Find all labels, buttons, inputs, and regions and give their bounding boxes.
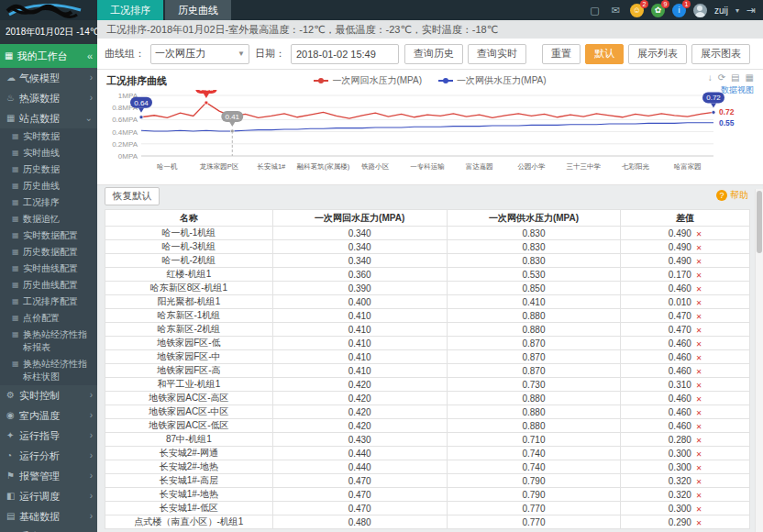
table-row[interactable]: 地铁家园AC区-低区0.4200.8800.460✕: [105, 419, 750, 433]
remove-icon[interactable]: ✕: [696, 272, 702, 280]
legend-item[interactable]: 一次网回水压力(MPA): [314, 74, 422, 87]
table-row[interactable]: 阳光聚都-机组10.4000.4100.010✕: [105, 295, 750, 309]
sidebar-item[interactable]: ☁气候模型›: [0, 68, 97, 88]
remove-icon[interactable]: ✕: [696, 409, 702, 417]
remove-icon[interactable]: ✕: [696, 244, 702, 252]
table-row[interactable]: 哈东新区-2机组0.4100.8800.470✕: [105, 323, 750, 337]
sidebar-subitem[interactable]: ▦实时曲线: [0, 145, 97, 161]
collapse-icon[interactable]: «: [87, 44, 93, 68]
table-row[interactable]: 87中-机组10.4300.7100.280✕: [105, 433, 750, 447]
sidebar-subitem[interactable]: ▦历史数据: [0, 161, 97, 178]
sidebar-item[interactable]: ♨热源数据›: [0, 88, 97, 108]
sidebar-subitem[interactable]: ▦实时数据配置: [0, 227, 97, 244]
action-button[interactable]: 查询历史: [404, 44, 463, 64]
remove-icon[interactable]: ✕: [696, 395, 702, 404]
sidebar-item[interactable]: ◧运行调度›: [0, 486, 97, 506]
sidebar-item-workspace[interactable]: ▦ 我的工作台 «: [0, 44, 97, 68]
sidebar-item[interactable]: ✦运行指导›: [0, 426, 97, 446]
remove-icon[interactable]: ✕: [696, 354, 702, 362]
table-row[interactable]: 长安城2#-网通0.4400.7400.300✕: [105, 447, 750, 460]
default-button[interactable]: 默认: [585, 44, 624, 64]
remove-icon[interactable]: ✕: [696, 258, 702, 266]
table-row[interactable]: 哈东新区-1机组0.4100.8800.470✕: [105, 309, 750, 323]
table-row[interactable]: 地铁家园AC区-中区0.4200.8800.460✕: [105, 405, 750, 419]
help-button[interactable]: ? 帮助: [716, 189, 748, 202]
chevron-down-icon[interactable]: ▾: [735, 6, 739, 15]
sidebar-subitem[interactable]: ▦换热站经济性指标报表: [0, 327, 97, 356]
table-row[interactable]: 长安城1#-高层0.4700.7900.320✕: [105, 474, 750, 488]
tab-gongkuang-paixu[interactable]: 工况排序: [97, 0, 163, 20]
info-icon[interactable]: i1: [672, 4, 686, 17]
action-button[interactable]: 展示列表: [628, 44, 687, 64]
sidebar-subitem[interactable]: ▦工况排序配置: [0, 294, 97, 310]
table-row[interactable]: 长安城1#-地热0.4700.7900.320✕: [105, 488, 750, 502]
table-row[interactable]: 哈一机-3机组0.3400.8300.490✕: [105, 240, 750, 254]
chat-icon[interactable]: ✉: [609, 4, 623, 17]
logout-icon[interactable]: ⇥: [746, 4, 756, 17]
restore-default-button[interactable]: 恢复默认: [105, 187, 160, 205]
user-avatar[interactable]: [693, 4, 707, 17]
toolbox-icon[interactable]: ↓: [708, 72, 713, 83]
sidebar-subitem[interactable]: ▦历史曲线: [0, 178, 97, 194]
sidebar-item[interactable]: ▤基础数据›: [0, 506, 97, 526]
remove-icon[interactable]: ✕: [696, 299, 702, 307]
remove-icon[interactable]: ✕: [696, 285, 702, 294]
remove-icon[interactable]: ✕: [696, 230, 702, 238]
table-row[interactable]: 哈一机-1机组0.3400.8300.490✕: [105, 227, 750, 240]
remove-icon[interactable]: ✕: [696, 368, 702, 376]
sidebar-subitem[interactable]: ▦实时数据: [0, 128, 97, 145]
sidebar-subitem[interactable]: ▦点价配置: [0, 310, 97, 327]
sidebar-subitem[interactable]: ▦实时曲线配置: [0, 260, 97, 277]
sidebar-subitem[interactable]: ▦数据追忆: [0, 211, 97, 227]
table-row[interactable]: 哈一机-2机组0.3400.8300.490✕: [105, 254, 750, 268]
legend-item[interactable]: 一次网供水压力(MPA): [438, 74, 547, 87]
sidebar-item[interactable]: ⚙实时控制›: [0, 385, 97, 405]
curve-group-select[interactable]: 一次网压力 ▼: [150, 44, 249, 64]
remove-icon[interactable]: ✕: [696, 505, 702, 514]
sidebar-subitem[interactable]: ▦换热站经济性指标柱状图: [0, 356, 97, 385]
remove-icon[interactable]: ✕: [696, 313, 702, 321]
username[interactable]: zuij: [714, 6, 728, 16]
remove-icon[interactable]: ✕: [696, 382, 702, 390]
sidebar-subitem[interactable]: ▦工况排序: [0, 194, 97, 211]
table-row[interactable]: 地铁家园AC区-高区0.4200.8800.460✕: [105, 392, 750, 405]
table-row[interactable]: 红楼-机组10.3600.5300.170✕: [105, 268, 750, 282]
remove-icon[interactable]: ✕: [696, 423, 702, 431]
remove-icon[interactable]: ✕: [696, 464, 702, 472]
toolbox-icon[interactable]: ▦: [746, 72, 754, 83]
action-button[interactable]: 展示图表: [691, 44, 750, 64]
smiley-icon[interactable]: ☺2: [630, 4, 644, 17]
apps-icon[interactable]: ✿9: [651, 4, 665, 17]
table-row[interactable]: 长安城1#-低区0.4700.7700.300✕: [105, 502, 750, 515]
date-input[interactable]: [291, 44, 399, 64]
scrollbar-thumb[interactable]: [757, 191, 762, 253]
toolbox-icon[interactable]: ▤: [731, 72, 739, 83]
sidebar-item[interactable]: ▦站点数据⌄: [0, 108, 97, 128]
sidebar-item[interactable]: ◉室内温度›: [0, 405, 97, 426]
sidebar-item[interactable]: ✱系统管理›: [0, 526, 97, 532]
remove-icon[interactable]: ✕: [696, 492, 702, 500]
table-row[interactable]: 地铁家园F区-高0.4100.8700.460✕: [105, 364, 750, 378]
sidebar-item[interactable]: ◔运行分析›: [0, 446, 97, 466]
remove-icon[interactable]: ✕: [696, 437, 702, 445]
table-row[interactable]: 地铁家园F区-低0.4100.8700.460✕: [105, 337, 750, 350]
monitor-icon[interactable]: ▢: [588, 4, 602, 17]
table-row[interactable]: 哈东新区8区-机组10.3900.8500.460✕: [105, 282, 750, 295]
remove-icon[interactable]: ✕: [696, 478, 702, 486]
action-button[interactable]: 重置: [542, 44, 581, 64]
remove-icon[interactable]: ✕: [696, 327, 702, 335]
table-row[interactable]: 地铁家园F区-中0.4100.8700.460✕: [105, 350, 750, 364]
table-row[interactable]: 和平工业-机组10.4200.7300.310✕: [105, 378, 750, 392]
toolbox-icon[interactable]: ⟳: [718, 72, 725, 83]
action-button[interactable]: 查询实时: [468, 44, 526, 64]
vertical-scrollbar[interactable]: [755, 189, 763, 532]
tab-lishi-quxian[interactable]: 历史曲线: [165, 0, 231, 20]
table-row[interactable]: 点式楼（南直小区）-机组10.4800.7700.290✕: [105, 515, 750, 529]
sidebar-item[interactable]: ⚑报警管理›: [0, 466, 97, 486]
table-row[interactable]: 长安城2#-地热0.4400.7400.300✕: [105, 460, 750, 474]
remove-icon[interactable]: ✕: [696, 519, 702, 527]
chart-canvas[interactable]: 0MPA0.2MPA0.4MPA0.6MPA0.8MPA1MPA0.720.55…: [101, 90, 759, 183]
sidebar-subitem[interactable]: ▦历史数据配置: [0, 244, 97, 260]
sidebar-subitem[interactable]: ▦历史曲线配置: [0, 277, 97, 294]
remove-icon[interactable]: ✕: [696, 450, 702, 459]
